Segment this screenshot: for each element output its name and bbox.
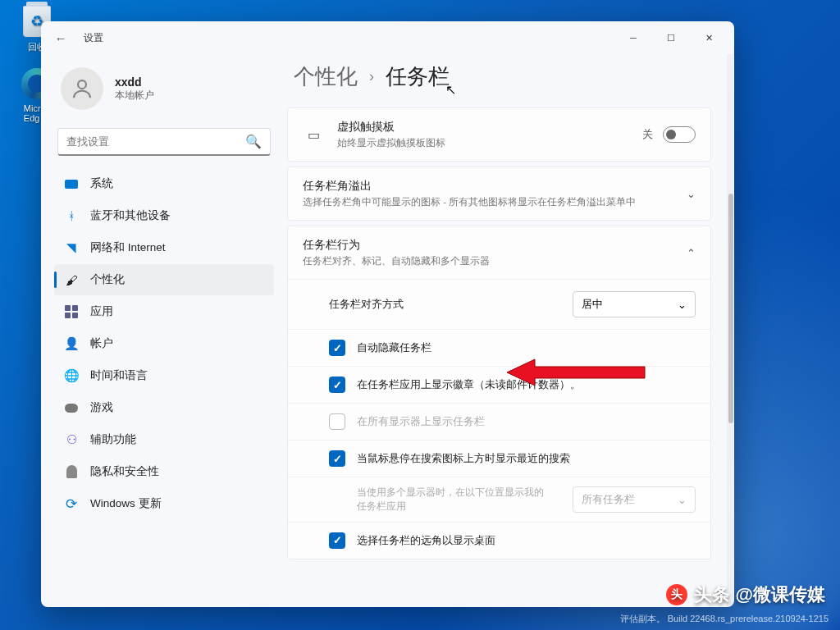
- maximize-button[interactable]: ☐: [652, 25, 690, 51]
- chevron-down-icon: ⌄: [687, 188, 696, 200]
- user-sub: 本地帐户: [115, 89, 154, 102]
- settings-window: ← 设置 ─ ☐ ✕ xxdd 本地帐户 🔍: [41, 21, 734, 607]
- search-input[interactable]: 🔍: [57, 128, 271, 156]
- row-badges[interactable]: ✓ 在任务栏应用上显示徽章（未读邮件计数器）。: [288, 366, 710, 403]
- apps-icon: [64, 304, 79, 319]
- sidebar-item-bluetooth[interactable]: ᚼ蓝牙和其他设备: [54, 200, 274, 231]
- back-button[interactable]: ←: [52, 31, 69, 45]
- toggle-label: 关: [642, 128, 653, 142]
- update-icon: ⟳: [64, 496, 79, 511]
- behavior-title: 任务栏行为: [303, 238, 673, 253]
- touchpad-title: 虚拟触摸板: [337, 120, 629, 135]
- watermark-text: 头条 @微课传媒: [694, 582, 825, 607]
- game-icon: [64, 400, 79, 415]
- shield-icon: [64, 464, 79, 479]
- svg-point-0: [78, 80, 86, 89]
- window-title: 设置: [84, 31, 103, 45]
- wifi-icon: ◥: [64, 240, 79, 255]
- nav: 系统 ᚼ蓝牙和其他设备 ◥网络和 Internet 🖌个性化 应用 👤帐户 🌐时…: [52, 167, 276, 599]
- multi-display-desc: 当使用多个显示器时，在以下位置显示我的任务栏应用: [357, 486, 561, 514]
- chevron-down-icon: ⌄: [678, 494, 687, 506]
- checkbox-badges[interactable]: ✓: [329, 377, 345, 393]
- sidebar-item-gaming[interactable]: 游戏: [54, 392, 274, 423]
- breadcrumb-parent[interactable]: 个性化: [294, 62, 358, 91]
- chevron-up-icon: ⌃: [687, 247, 696, 259]
- sidebar-item-network[interactable]: ◥网络和 Internet: [54, 232, 274, 263]
- row-corner-desktop[interactable]: ✓ 选择任务栏的远角以显示桌面: [288, 522, 710, 559]
- checkbox-corner-desktop[interactable]: ✓: [329, 532, 345, 549]
- person-icon: [70, 76, 94, 101]
- globe-icon: 🌐: [64, 368, 79, 383]
- label-auto-hide: 自动隐藏任务栏: [357, 340, 696, 355]
- user-row[interactable]: xxdd 本地帐户: [52, 62, 276, 125]
- row-recent-search[interactable]: ✓ 当鼠标悬停在搜索图标上方时显示最近的搜索: [288, 440, 710, 477]
- sidebar-item-time[interactable]: 🌐时间和语言: [54, 360, 274, 391]
- row-all-displays[interactable]: 在所有显示器上显示任务栏: [288, 403, 710, 440]
- content: 个性化 › 任务栏↖ ▭ 虚拟触摸板 始终显示虚拟触摸板图标 关: [287, 54, 734, 607]
- alignment-label: 任务栏对齐方式: [329, 297, 573, 312]
- sidebar-item-apps[interactable]: 应用: [54, 296, 274, 327]
- card-overflow[interactable]: 任务栏角溢出 选择任务栏角中可能显示的图标 - 所有其他图标将显示在任务栏角溢出…: [287, 167, 711, 221]
- sidebar-item-accessibility[interactable]: ⚇辅助功能: [54, 424, 274, 455]
- alignment-row: 任务栏对齐方式 居中 ⌄: [288, 279, 710, 329]
- build-info: 评估副本。 Build 22468.rs_prerelease.210924-1…: [620, 613, 829, 625]
- label-recent-search: 当鼠标悬停在搜索图标上方时显示最近的搜索: [357, 451, 696, 466]
- avatar: [61, 67, 103, 110]
- minimize-button[interactable]: ─: [614, 25, 652, 51]
- overflow-title: 任务栏角溢出: [303, 179, 673, 194]
- label-badges: 在任务栏应用上显示徽章（未读邮件计数器）。: [357, 377, 696, 392]
- touchpad-toggle[interactable]: [663, 126, 696, 143]
- card-behavior: 任务栏行为 任务栏对齐、标记、自动隐藏和多个显示器 ⌃ 任务栏对齐方式 居中 ⌄…: [287, 226, 711, 559]
- watermark: 头 头条 @微课传媒: [666, 582, 825, 607]
- touchpad-desc: 始终显示虚拟触摸板图标: [337, 136, 629, 149]
- scrollbar-thumb[interactable]: [728, 194, 733, 423]
- breadcrumb-current: 任务栏↖: [386, 62, 450, 91]
- sidebar-item-accounts[interactable]: 👤帐户: [54, 328, 274, 359]
- sidebar-item-update[interactable]: ⟳Windows 更新: [54, 488, 274, 519]
- titlebar: ← 设置 ─ ☐ ✕: [41, 21, 734, 54]
- checkbox-recent-search[interactable]: ✓: [329, 450, 345, 467]
- sidebar-item-privacy[interactable]: 隐私和安全性: [54, 456, 274, 487]
- cursor-icon: ↖: [445, 82, 456, 98]
- row-auto-hide[interactable]: ✓ 自动隐藏任务栏: [288, 329, 710, 366]
- checkbox-auto-hide[interactable]: ✓: [329, 340, 345, 356]
- sidebar: xxdd 本地帐户 🔍 系统 ᚼ蓝牙和其他设备 ◥网络和 Internet 🖌个…: [41, 54, 287, 607]
- system-icon: [64, 176, 79, 191]
- label-all-displays: 在所有显示器上显示任务栏: [357, 414, 696, 429]
- accessibility-icon: ⚇: [64, 432, 79, 447]
- chevron-right-icon: ›: [369, 68, 374, 85]
- behavior-header[interactable]: 任务栏行为 任务栏对齐、标记、自动隐藏和多个显示器 ⌃: [288, 226, 710, 279]
- search-field[interactable]: [66, 135, 245, 148]
- account-icon: 👤: [64, 336, 79, 351]
- sidebar-item-personalization[interactable]: 🖌个性化: [54, 264, 274, 295]
- label-corner-desktop: 选择任务栏的远角以显示桌面: [357, 533, 696, 548]
- alignment-dropdown[interactable]: 居中 ⌄: [573, 291, 696, 317]
- brush-icon: 🖌: [64, 272, 79, 287]
- bluetooth-icon: ᚼ: [64, 208, 79, 223]
- overflow-desc: 选择任务栏角中可能显示的图标 - 所有其他图标将显示在任务栏角溢出菜单中: [303, 195, 673, 208]
- breadcrumb: 个性化 › 任务栏↖: [287, 62, 711, 91]
- checkbox-all-displays[interactable]: [329, 413, 345, 430]
- sidebar-item-system[interactable]: 系统: [54, 168, 274, 199]
- close-button[interactable]: ✕: [690, 25, 728, 51]
- chevron-down-icon: ⌄: [678, 299, 687, 311]
- user-name: xxdd: [115, 75, 154, 89]
- behavior-desc: 任务栏对齐、标记、自动隐藏和多个显示器: [303, 254, 673, 267]
- row-multi-display: 当使用多个显示器时，在以下位置显示我的任务栏应用 所有任务栏 ⌄: [288, 477, 710, 522]
- watermark-icon: 头: [666, 584, 687, 605]
- touchpad-icon: ▭: [303, 127, 324, 143]
- card-touchpad[interactable]: ▭ 虚拟触摸板 始终显示虚拟触摸板图标 关: [287, 107, 711, 162]
- multi-display-dropdown: 所有任务栏 ⌄: [573, 486, 696, 513]
- search-icon: 🔍: [245, 134, 262, 149]
